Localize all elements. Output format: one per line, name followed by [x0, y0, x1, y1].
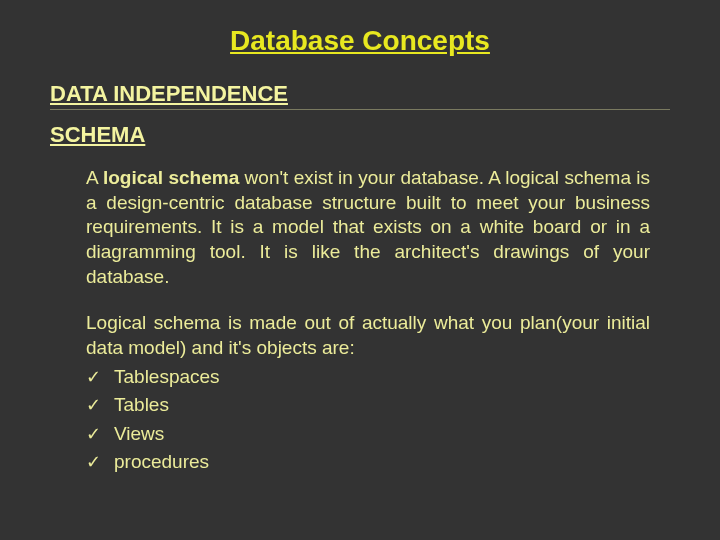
check-icon: ✓ [86, 421, 114, 448]
heading-data-independence: DATA INDEPENDENCE [50, 81, 670, 110]
list-item-label: Views [114, 420, 164, 449]
schema-objects-list: ✓ Tablespaces ✓ Tables ✓ Views ✓ procedu… [86, 363, 670, 477]
paragraph-2: Logical schema is made out of actually w… [86, 311, 650, 360]
check-icon: ✓ [86, 364, 114, 391]
list-item: ✓ Tables [86, 391, 670, 420]
check-icon: ✓ [86, 392, 114, 419]
list-item-label: Tables [114, 391, 169, 420]
heading-schema: SCHEMA [50, 122, 670, 148]
list-item: ✓ Tablespaces [86, 363, 670, 392]
slide-title: Database Concepts [50, 25, 670, 57]
list-item: ✓ procedures [86, 448, 670, 477]
para1-prefix: A [86, 167, 103, 188]
para1-bold: logical schema [103, 167, 239, 188]
paragraph-1: A logical schema won't exist in your dat… [86, 166, 650, 289]
list-item-label: procedures [114, 448, 209, 477]
list-item: ✓ Views [86, 420, 670, 449]
list-item-label: Tablespaces [114, 363, 220, 392]
slide: Database Concepts DATA INDEPENDENCE SCHE… [0, 0, 720, 540]
check-icon: ✓ [86, 449, 114, 476]
